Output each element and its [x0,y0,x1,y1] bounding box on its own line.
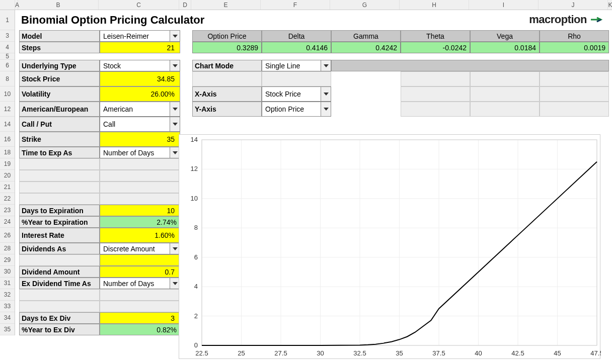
divas-dropdown[interactable]: Discrete Amount [100,243,180,254]
daysexdiv-input[interactable]: 3 [100,312,180,324]
chevron-down-icon [170,243,180,254]
volatility-input[interactable]: 26.00% [100,86,180,102]
svg-text:27.5: 27.5 [274,349,287,357]
xaxis-label: X-Axis [192,86,262,102]
model-label: Model [19,30,100,42]
svg-text:2: 2 [194,312,198,320]
timeas-label: Time to Exp As [19,147,100,158]
underlying-label: Underlying Type [19,60,100,71]
row-headers: 1 3 4 5 6 8 10 12 14 16 18 19 20 21 22 2… [0,10,15,335]
brand-logo: macroption [529,13,604,26]
svg-text:6: 6 [194,253,198,261]
steps-input[interactable]: 21 [100,42,180,53]
rate-label: Interest Rate [19,228,100,243]
chevron-down-icon [321,60,331,71]
chartmode-label: Chart Mode [192,60,262,71]
chevron-down-icon [321,87,331,101]
daysexdiv-label: Days to Ex Div [19,312,100,324]
pctyearexp-label: %Year to Expiration [19,216,100,228]
exdivas-dropdown[interactable]: Number of Days [100,278,180,289]
chart-gray-bar [331,60,609,71]
timeas-dropdown[interactable]: Number of Days [100,147,180,158]
out-hdr-delta: Delta [262,30,331,42]
yaxis-label: Y-Axis [192,102,262,117]
chart-area: 0246810121422.52527.53032.53537.54042.54… [179,134,600,359]
svg-text:22.5: 22.5 [195,349,208,357]
daysexp-label: Days to Expiration [19,205,100,216]
ameu-dropdown[interactable]: American [100,102,180,117]
svg-text:37.5: 37.5 [432,349,445,357]
divamt-input[interactable]: 0.7 [100,266,180,278]
callput-dropdown[interactable]: Call [100,117,180,132]
callput-label: Call / Put [19,117,100,132]
chevron-down-icon [321,102,331,116]
daysexp-input[interactable]: 10 [100,205,180,216]
pctyearexdiv-label: %Year to Ex Div [19,324,100,335]
svg-text:14: 14 [191,136,198,143]
yaxis-dropdown[interactable]: Option Price [262,102,331,117]
rate-input[interactable]: 1.60% [100,228,180,243]
svg-text:30: 30 [317,349,324,357]
chevron-down-icon [170,60,180,71]
svg-text:47.5: 47.5 [590,349,601,357]
svg-text:4: 4 [194,283,198,290]
out-delta: 0.4146 [262,42,331,53]
divas-label: Dividends As [19,243,100,254]
out-hdr-gamma: Gamma [331,30,401,42]
xaxis-dropdown[interactable]: Stock Price [262,86,331,102]
pctyearexp-value: 2.74% [100,216,180,228]
chevron-down-icon [170,31,180,41]
svg-text:12: 12 [191,165,198,172]
out-gamma: 0.4242 [331,42,401,53]
stockprice-label: Stock Price [19,71,100,86]
out-price: 0.3289 [192,42,262,53]
chevron-down-icon [170,147,180,158]
out-vega: 0.0184 [470,42,540,53]
svg-text:0: 0 [194,341,198,349]
out-hdr-price: Option Price [192,30,262,42]
svg-text:42.5: 42.5 [511,349,524,357]
chevron-down-icon [170,278,180,289]
strike-label: Strike [19,132,100,147]
page-title: Binomial Option Pricing Calculator [19,10,608,30]
out-hdr-rho: Rho [540,30,609,42]
volatility-label: Volatility [19,86,100,102]
chevron-down-icon [170,102,180,116]
out-theta: -0.0242 [401,42,470,53]
divamt-label: Dividend Amount [19,266,100,278]
stockprice-input[interactable]: 34.85 [100,71,180,86]
svg-text:35: 35 [396,349,403,357]
chevron-down-icon [170,117,180,131]
svg-text:32.5: 32.5 [353,349,366,357]
out-rho: 0.0019 [540,42,609,53]
chartmode-dropdown[interactable]: Single Line [262,60,331,71]
svg-text:25: 25 [238,349,245,357]
out-hdr-theta: Theta [401,30,470,42]
svg-text:45: 45 [554,349,561,357]
ameu-label: American/European [19,102,100,117]
column-headers: A B C D E F G H I J K [0,0,612,10]
exdivas-label: Ex Dividend Time As [19,278,100,289]
underlying-dropdown[interactable]: Stock [100,60,180,71]
model-dropdown[interactable]: Leisen-Reimer [100,30,180,42]
pctyearexdiv-value: 0.82% [100,324,180,335]
strike-input[interactable]: 35 [100,132,180,147]
svg-text:8: 8 [194,224,198,231]
svg-text:40: 40 [475,349,482,357]
out-hdr-vega: Vega [470,30,540,42]
steps-label: Steps [19,42,100,53]
svg-text:10: 10 [191,195,198,202]
